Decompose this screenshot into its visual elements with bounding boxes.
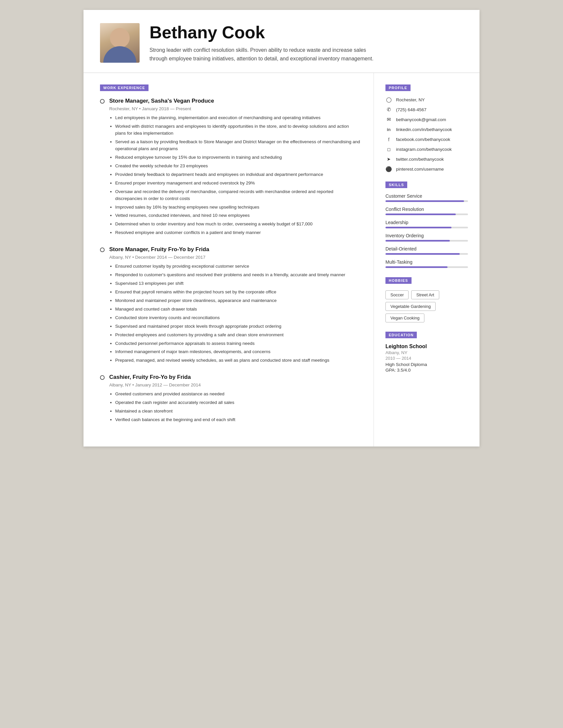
skill-bar-fill (385, 214, 456, 215)
profile-twitter-text: twitter.com/bethanycook (396, 157, 444, 162)
profile-linkedin: in linkedin.com/in/bethanycook (385, 126, 468, 133)
job-2: Store Manager, Fruity Fro-Yo by Frida Al… (100, 246, 360, 364)
skill-multi-tasking: Multi-Tasking (385, 259, 468, 268)
edu-degree: High School Diploma (385, 362, 468, 367)
skill-name: Customer Service (385, 193, 468, 199)
profile-pinterest: ⚫ pinterest.com/username (385, 166, 468, 172)
list-item: Created the weekly schedule for 23 emplo… (115, 163, 360, 170)
header-section: Bethany Cook Strong leader with conflict… (83, 10, 480, 73)
job-3-header: Cashier, Fruity Fro-Yo by Frida (100, 374, 360, 381)
list-item: Verified cash balances at the beginning … (115, 416, 360, 423)
profile-facebook-text: facebook.com/bethanycook (396, 137, 450, 142)
job-1-circle (100, 99, 105, 104)
profile-location-text: Rochester, NY (396, 97, 425, 102)
list-item: Greeted customers and provided assistanc… (115, 391, 360, 398)
list-item: Vetted resumes, conducted interviews, an… (115, 212, 360, 219)
skill-name: Inventory Ordering (385, 233, 468, 238)
profile-label: PROFILE (385, 84, 411, 91)
job-1-header: Store Manager, Sasha's Vegan Produce (100, 98, 360, 105)
job-3-bullets: Greeted customers and provided assistanc… (109, 391, 360, 423)
avatar (100, 23, 140, 63)
list-item: Led employees in the planning, implement… (115, 115, 360, 121)
skill-bar-fill (385, 240, 450, 242)
skill-leadership: Leadership (385, 220, 468, 228)
skill-bar-fill (385, 253, 460, 255)
list-item: Maintained a clean storefront (115, 408, 360, 415)
list-item: Protected employees and customers by pro… (115, 332, 360, 339)
job-1-bullets: Led employees in the planning, implement… (109, 115, 360, 236)
list-item: Conducted personnel performance appraisa… (115, 340, 360, 347)
candidate-name: Bethany Cook (149, 23, 463, 42)
hobbies-grid: Soccer Street Art Vegetable Gardening Ve… (385, 290, 468, 322)
job-3-meta: Albany, NY • January 2012 — December 201… (109, 382, 360, 387)
skill-name: Conflict Resolution (385, 207, 468, 212)
hobbies-label: HOBBIES (385, 277, 412, 284)
profile-phone: ✆ (725) 648-4567 (385, 106, 468, 113)
profile-pinterest-text: pinterest.com/username (396, 167, 444, 172)
list-item: Improved sales by 16% by teaching employ… (115, 204, 360, 211)
list-item: Provided timely feedback to department h… (115, 171, 360, 178)
instagram-icon: ◻ (385, 146, 392, 152)
skills-label: SKILLS (385, 182, 407, 188)
list-item: Served as a liaison by providing feedbac… (115, 139, 360, 152)
header-text: Bethany Cook Strong leader with conflict… (149, 23, 463, 63)
list-item: Worked with district managers and employ… (115, 123, 360, 137)
skill-bar-bg (385, 253, 468, 255)
profile-section: PROFILE ◯ Rochester, NY ✆ (725) 648-4567… (385, 84, 468, 172)
list-item: Ensured that payroll remains within the … (115, 289, 360, 296)
hobby-soccer: Soccer (385, 290, 409, 299)
job-3-title: Cashier, Fruity Fro-Yo by Frida (109, 374, 191, 381)
list-item: Supervised and maintained proper stock l… (115, 323, 360, 330)
twitter-icon: ➤ (385, 156, 392, 162)
profile-phone-text: (725) 648-4567 (396, 107, 426, 112)
skill-bar-bg (385, 200, 468, 202)
list-item: Oversaw and recorded the delivery of mer… (115, 188, 360, 202)
skill-detail-oriented: Detail-Oriented (385, 246, 468, 255)
body-section: WORK EXPERIENCE Store Manager, Sasha's V… (83, 73, 480, 447)
profile-instagram: ◻ instagram.com/bethanycook (385, 146, 468, 152)
list-item: Monitored and maintained proper store cl… (115, 297, 360, 304)
skill-inventory-ordering: Inventory Ordering (385, 233, 468, 242)
hobby-street-art: Street Art (411, 290, 439, 299)
email-icon: ✉ (385, 116, 392, 123)
skill-bar-bg (385, 227, 468, 228)
profile-instagram-text: instagram.com/bethanycook (396, 147, 452, 152)
right-column: PROFILE ◯ Rochester, NY ✆ (725) 648-4567… (374, 73, 480, 447)
left-column: WORK EXPERIENCE Store Manager, Sasha's V… (83, 73, 374, 447)
job-2-title: Store Manager, Fruity Fro-Yo by Frida (109, 246, 209, 253)
list-item: Ensured customer loyalty by providing ex… (115, 263, 360, 270)
job-2-circle (100, 248, 105, 252)
profile-location: ◯ Rochester, NY (385, 96, 468, 103)
skills-section: SKILLS Customer Service Conflict Resolut… (385, 182, 468, 268)
edu-school: Leighton School (385, 344, 468, 349)
list-item: Informed management of major team milest… (115, 348, 360, 355)
profile-linkedin-text: linkedin.com/in/bethanycook (396, 127, 452, 132)
skill-name: Detail-Oriented (385, 246, 468, 251)
hobbies-section: HOBBIES Soccer Street Art Vegetable Gard… (385, 277, 468, 322)
job-3-circle (100, 375, 105, 380)
resume-container: Bethany Cook Strong leader with conflict… (83, 10, 480, 447)
edu-location: Albany, NY (385, 350, 468, 355)
list-item: Conducted store inventory counts and rec… (115, 314, 360, 321)
profile-email: ✉ bethanycook@gmail.com (385, 116, 468, 123)
skill-conflict-resolution: Conflict Resolution (385, 207, 468, 215)
skill-bar-bg (385, 240, 468, 242)
edu-gpa: GPA: 3.5/4.0 (385, 368, 468, 373)
education-section: EDUCATION Leighton School Albany, NY 201… (385, 332, 468, 373)
location-icon: ◯ (385, 96, 392, 103)
list-item: Reduced employee turnover by 15% due to … (115, 154, 360, 161)
list-item: Supervised 13 employees per shift (115, 280, 360, 287)
phone-icon: ✆ (385, 106, 392, 113)
job-2-header: Store Manager, Fruity Fro-Yo by Frida (100, 246, 360, 253)
linkedin-icon: in (385, 126, 392, 133)
edu-years: 2010 — 2014 (385, 356, 468, 361)
skill-customer-service: Customer Service (385, 193, 468, 202)
profile-email-text: bethanycook@gmail.com (396, 117, 446, 122)
job-1-title: Store Manager, Sasha's Vegan Produce (109, 98, 214, 104)
profile-facebook: f facebook.com/bethanycook (385, 136, 468, 143)
pinterest-icon: ⚫ (385, 166, 392, 172)
list-item: Managed and counted cash drawer totals (115, 306, 360, 313)
job-2-meta: Albany, NY • December 2014 — December 20… (109, 255, 360, 260)
skill-bar-bg (385, 214, 468, 215)
skill-bar-bg (385, 266, 468, 268)
